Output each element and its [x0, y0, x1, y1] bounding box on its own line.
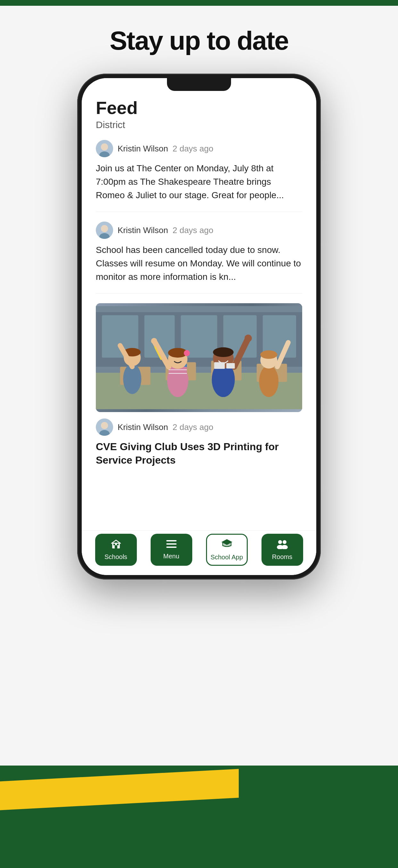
- top-bar-decoration: [0, 0, 398, 6]
- menu-label: Menu: [163, 553, 179, 560]
- svg-rect-48: [96, 306, 302, 409]
- svg-point-61: [283, 540, 286, 544]
- feed-title: Feed: [96, 97, 302, 118]
- schools-icon: [111, 539, 121, 551]
- phone-frame: Feed District Kristin Wils: [77, 74, 321, 580]
- feed-subtitle: District: [96, 119, 302, 130]
- post-text: Join us at The Center on Monday, July 8t…: [96, 162, 302, 202]
- avatar: [96, 140, 113, 157]
- nav-item-rooms[interactable]: Rooms: [261, 534, 303, 566]
- post-meta: Kristin Wilson 2 days ago: [96, 140, 302, 157]
- post-meta: Kristin Wilson 2 days ago: [96, 418, 302, 436]
- phone-notch: [167, 78, 231, 91]
- post-time: 2 days ago: [172, 225, 213, 235]
- post-meta: Kristin Wilson 2 days ago: [96, 222, 302, 239]
- bottom-nav: Schools Menu: [82, 530, 316, 575]
- svg-rect-54: [115, 545, 117, 549]
- post-item[interactable]: Kristin Wilson 2 days ago CVE Giving Clu…: [96, 303, 302, 476]
- school-app-label: School App: [210, 554, 243, 561]
- svg-point-63: [281, 545, 288, 549]
- rooms-label: Rooms: [272, 553, 292, 561]
- phone-screen: Feed District Kristin Wils: [82, 78, 316, 575]
- post-time: 2 days ago: [172, 422, 213, 432]
- svg-point-60: [278, 540, 282, 544]
- svg-rect-56: [117, 544, 119, 545]
- classroom-image: [96, 303, 302, 412]
- phone-inner: Feed District Kristin Wils: [82, 78, 316, 575]
- menu-icon: [166, 539, 176, 550]
- svg-rect-58: [166, 543, 176, 545]
- nav-item-schools[interactable]: Schools: [95, 534, 137, 566]
- post-item[interactable]: Kristin Wilson 2 days ago Join us at The…: [96, 140, 302, 212]
- post-item[interactable]: Kristin Wilson 2 days ago School has bee…: [96, 222, 302, 293]
- svg-rect-55: [113, 544, 115, 545]
- post-author: Kristin Wilson: [118, 144, 168, 154]
- rooms-icon: [276, 539, 288, 551]
- post-time: 2 days ago: [172, 144, 213, 154]
- screen-content: Feed District Kristin Wils: [82, 78, 316, 530]
- post-author: Kristin Wilson: [118, 225, 168, 235]
- avatar: [96, 222, 113, 239]
- page-title: Stay up to date: [0, 26, 398, 56]
- post-text: School has been cancelled today due to s…: [96, 243, 302, 284]
- nav-item-school-app[interactable]: School App: [206, 534, 248, 566]
- svg-point-7: [101, 225, 108, 232]
- svg-point-3: [101, 144, 108, 151]
- post-title: CVE Giving Club Uses 3D Printing for Ser…: [96, 440, 302, 467]
- nav-item-menu[interactable]: Menu: [151, 534, 192, 566]
- schools-label: Schools: [105, 553, 127, 561]
- post-image: [96, 303, 302, 412]
- post-author: Kristin Wilson: [118, 422, 168, 432]
- avatar: [96, 418, 113, 436]
- svg-rect-59: [166, 547, 176, 548]
- svg-point-52: [101, 422, 108, 429]
- svg-rect-57: [166, 540, 176, 541]
- school-app-icon: [221, 538, 233, 551]
